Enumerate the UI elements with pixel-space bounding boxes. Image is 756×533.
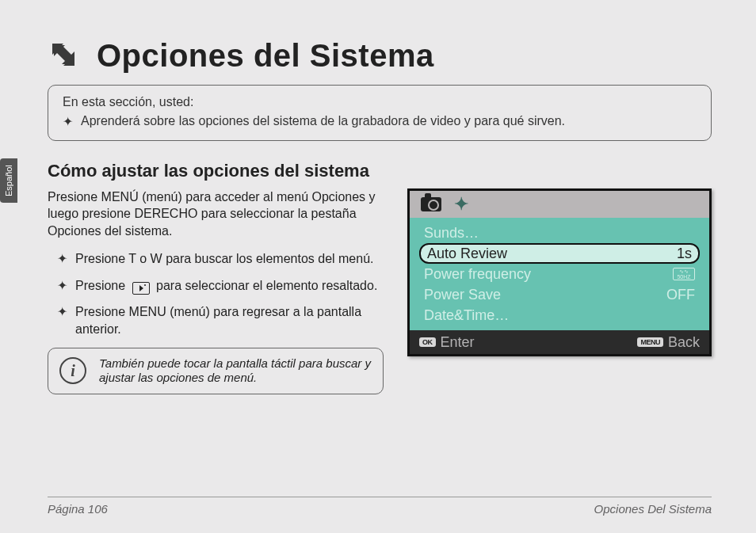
star-icon: ✦ [57, 250, 67, 268]
menu-label: Power frequency [424, 266, 531, 283]
info-icon: i [59, 357, 86, 384]
menu-row-auto-review[interactable]: Auto Review 1s [419, 243, 700, 264]
menu-pill: MENU [637, 337, 663, 347]
left-column: Cómo ajustar las opciones del sistema Pr… [48, 160, 384, 394]
list-item: ✦ Presione T o W para buscar los element… [48, 250, 384, 268]
tip-text: También puede tocar la pantalla táctil p… [99, 356, 372, 386]
section-heading: Cómo ajustar las opciones del sistema [48, 160, 384, 182]
menu-value: 50HZ [677, 274, 690, 280]
menu-row-date-time[interactable]: Date&Time… [419, 305, 700, 326]
star-icon: ✦ [57, 277, 67, 295]
star-icon: ✦ [63, 114, 73, 129]
menu-value: 1s [677, 246, 692, 262]
list-item: ✦ Presione MENU (menú) para regresar a l… [48, 303, 384, 337]
camera-icon [421, 197, 441, 211]
intro-item-text: Aprenderá sobre las opciones del sistema… [81, 114, 565, 129]
section-paragraph: Presione MENÚ (menú) para acceder al men… [48, 188, 384, 240]
language-tab: Español [0, 158, 17, 203]
device-screen: ✦ Sunds… Auto Review 1s Power frequency … [407, 188, 712, 356]
page-title: Opciones del Sistema [97, 38, 434, 74]
arrow-down-right-icon [48, 39, 79, 74]
intro-lead: En esta sección, usted: [63, 95, 697, 109]
wrench-icon: ✦ [454, 194, 468, 215]
list-item: ✦ Presione para seleccionar el elemento … [48, 277, 384, 295]
tip-box: i También puede tocar la pantalla táctil… [48, 348, 384, 395]
ok-pill: OK [419, 337, 436, 347]
frequency-icon: ∿∿ 50HZ [673, 268, 695, 280]
star-icon: ✦ [57, 303, 67, 337]
page-content: Opciones del Sistema En esta sección, us… [0, 0, 756, 410]
text-part: Presione [75, 279, 125, 292]
content-row: Cómo ajustar las opciones del sistema Pr… [48, 160, 712, 394]
device-tabs: ✦ [410, 191, 709, 218]
menu-value: OFF [666, 287, 695, 303]
text-part: para seleccionar el elemento resaltado. [156, 279, 377, 292]
menu-row-sounds[interactable]: Sunds… [419, 223, 700, 243]
menu-row-power-frequency[interactable]: Power frequency ∿∿ 50HZ [419, 264, 700, 284]
intro-item: ✦ Aprenderá sobre las opciones del siste… [63, 114, 697, 129]
instruction-list: ✦ Presione T o W para buscar los element… [48, 250, 384, 337]
menu-row-power-save[interactable]: Power Save OFF [419, 284, 700, 305]
page-footer: Página 106 Opciones Del Sistema [48, 497, 712, 516]
back-label[interactable]: Back [668, 334, 700, 351]
list-item-text: Presione T o W para buscar los elementos… [75, 250, 374, 268]
menu-label: Power Save [424, 287, 501, 303]
footer-section-title: Opciones Del Sistema [594, 502, 712, 516]
device-wrap: ✦ Sunds… Auto Review 1s Power frequency … [407, 188, 712, 394]
page-number: Página 106 [48, 502, 108, 516]
title-row: Opciones del Sistema [48, 38, 712, 74]
device-menu-list: Sunds… Auto Review 1s Power frequency ∿∿… [410, 218, 709, 330]
list-item-text: Presione MENU (menú) para regresar a la … [75, 303, 384, 337]
device-footer: OK Enter MENU Back [410, 330, 709, 354]
menu-label: Auto Review [427, 246, 507, 262]
menu-label: Sunds… [424, 225, 479, 242]
play-record-icon [132, 282, 150, 295]
list-item-text: Presione para seleccionar el elemento re… [75, 277, 377, 295]
menu-label: Date&Time… [424, 307, 509, 324]
enter-label[interactable]: Enter [441, 334, 475, 351]
intro-box: En esta sección, usted: ✦ Aprenderá sobr… [48, 85, 712, 141]
